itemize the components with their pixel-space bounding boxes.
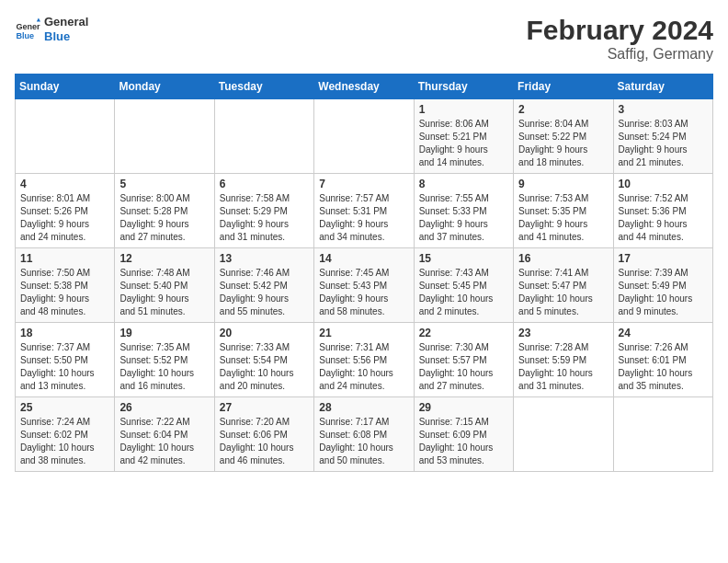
- day-number: 15: [419, 252, 508, 265]
- day-detail: Sunrise: 7:46 AM Sunset: 5:42 PM Dayligh…: [220, 267, 309, 318]
- calendar-cell: 22Sunrise: 7:30 AM Sunset: 5:57 PM Dayli…: [414, 323, 513, 397]
- calendar-cell: 14Sunrise: 7:45 AM Sunset: 5:43 PM Dayli…: [314, 248, 414, 323]
- day-number: 6: [220, 178, 309, 190]
- day-detail: Sunrise: 7:33 AM Sunset: 5:54 PM Dayligh…: [220, 341, 309, 393]
- day-number: 12: [119, 252, 209, 265]
- calendar-cell: [214, 99, 313, 174]
- day-number: 14: [319, 252, 408, 265]
- day-number: 4: [20, 178, 109, 190]
- calendar-cell: 9Sunrise: 7:53 AM Sunset: 5:35 PM Daylig…: [514, 174, 613, 248]
- day-detail: Sunrise: 7:17 AM Sunset: 6:08 PM Dayligh…: [319, 416, 408, 467]
- page-subtitle: Saffig, Germany: [527, 46, 713, 63]
- calendar-cell: 2Sunrise: 8:04 AM Sunset: 5:22 PM Daylig…: [514, 99, 613, 174]
- day-number: 22: [419, 327, 508, 339]
- day-detail: Sunrise: 8:00 AM Sunset: 5:28 PM Dayligh…: [119, 192, 209, 244]
- calendar-cell: [514, 397, 613, 472]
- day-number: 23: [518, 327, 608, 339]
- day-detail: Sunrise: 7:50 AM Sunset: 5:38 PM Dayligh…: [20, 267, 109, 318]
- calendar-cell: 27Sunrise: 7:20 AM Sunset: 6:06 PM Dayli…: [214, 397, 313, 472]
- calendar-cell: 7Sunrise: 7:57 AM Sunset: 5:31 PM Daylig…: [314, 174, 414, 248]
- day-detail: Sunrise: 7:30 AM Sunset: 5:57 PM Dayligh…: [419, 341, 508, 393]
- calendar-cell: 13Sunrise: 7:46 AM Sunset: 5:42 PM Dayli…: [214, 248, 313, 323]
- logo-blue: Blue: [44, 29, 88, 44]
- day-number: 20: [220, 327, 309, 339]
- calendar-cell: 18Sunrise: 7:37 AM Sunset: 5:50 PM Dayli…: [16, 323, 115, 397]
- calendar-cell: 19Sunrise: 7:35 AM Sunset: 5:52 PM Dayli…: [115, 323, 214, 397]
- day-number: 5: [119, 178, 209, 190]
- svg-marker-2: [37, 17, 40, 21]
- header-friday: Friday: [514, 75, 613, 99]
- day-number: 2: [518, 103, 608, 116]
- week-row-2: 4Sunrise: 8:01 AM Sunset: 5:26 PM Daylig…: [16, 174, 713, 248]
- day-number: 9: [518, 178, 608, 190]
- day-number: 10: [619, 178, 708, 190]
- calendar-cell: 11Sunrise: 7:50 AM Sunset: 5:38 PM Dayli…: [16, 248, 115, 323]
- day-detail: Sunrise: 8:04 AM Sunset: 5:22 PM Dayligh…: [518, 118, 608, 169]
- calendar-cell: 26Sunrise: 7:22 AM Sunset: 6:04 PM Dayli…: [115, 397, 214, 472]
- page-header: General Blue General Blue February 2024 …: [15, 15, 713, 63]
- day-detail: Sunrise: 7:22 AM Sunset: 6:04 PM Dayligh…: [119, 416, 209, 467]
- day-detail: Sunrise: 7:52 AM Sunset: 5:36 PM Dayligh…: [619, 192, 708, 244]
- page-title: February 2024: [527, 15, 713, 46]
- day-detail: Sunrise: 7:28 AM Sunset: 5:59 PM Dayligh…: [518, 341, 608, 393]
- calendar-cell: [115, 99, 214, 174]
- day-detail: Sunrise: 8:01 AM Sunset: 5:26 PM Dayligh…: [20, 192, 109, 244]
- day-number: 21: [319, 327, 408, 339]
- day-number: 28: [319, 401, 408, 414]
- day-number: 3: [619, 103, 708, 116]
- day-detail: Sunrise: 7:48 AM Sunset: 5:40 PM Dayligh…: [119, 267, 209, 318]
- day-number: 11: [20, 252, 109, 265]
- day-detail: Sunrise: 7:55 AM Sunset: 5:33 PM Dayligh…: [419, 192, 508, 244]
- calendar-cell: 17Sunrise: 7:39 AM Sunset: 5:49 PM Dayli…: [613, 248, 712, 323]
- calendar-cell: [613, 397, 712, 472]
- calendar-cell: 3Sunrise: 8:03 AM Sunset: 5:24 PM Daylig…: [613, 99, 712, 174]
- week-row-5: 25Sunrise: 7:24 AM Sunset: 6:02 PM Dayli…: [16, 397, 713, 472]
- day-detail: Sunrise: 7:45 AM Sunset: 5:43 PM Dayligh…: [319, 267, 408, 318]
- calendar-header: SundayMondayTuesdayWednesdayThursdayFrid…: [16, 75, 713, 99]
- day-detail: Sunrise: 7:20 AM Sunset: 6:06 PM Dayligh…: [220, 416, 309, 467]
- day-detail: Sunrise: 7:15 AM Sunset: 6:09 PM Dayligh…: [419, 416, 508, 467]
- calendar-cell: 6Sunrise: 7:58 AM Sunset: 5:29 PM Daylig…: [214, 174, 313, 248]
- day-detail: Sunrise: 7:58 AM Sunset: 5:29 PM Dayligh…: [220, 192, 309, 244]
- calendar-cell: 16Sunrise: 7:41 AM Sunset: 5:47 PM Dayli…: [514, 248, 613, 323]
- day-number: 26: [119, 401, 209, 414]
- logo-icon: General Blue: [15, 17, 40, 42]
- day-number: 29: [419, 401, 508, 414]
- day-detail: Sunrise: 7:24 AM Sunset: 6:02 PM Dayligh…: [20, 416, 109, 467]
- calendar-cell: 25Sunrise: 7:24 AM Sunset: 6:02 PM Dayli…: [16, 397, 115, 472]
- day-detail: Sunrise: 7:57 AM Sunset: 5:31 PM Dayligh…: [319, 192, 408, 244]
- calendar-cell: 23Sunrise: 7:28 AM Sunset: 5:59 PM Dayli…: [514, 323, 613, 397]
- day-number: 17: [619, 252, 708, 265]
- calendar-cell: 12Sunrise: 7:48 AM Sunset: 5:40 PM Dayli…: [115, 248, 214, 323]
- day-detail: Sunrise: 7:31 AM Sunset: 5:56 PM Dayligh…: [319, 341, 408, 393]
- calendar-cell: 20Sunrise: 7:33 AM Sunset: 5:54 PM Dayli…: [214, 323, 313, 397]
- day-detail: Sunrise: 7:35 AM Sunset: 5:52 PM Dayligh…: [119, 341, 209, 393]
- calendar-cell: 8Sunrise: 7:55 AM Sunset: 5:33 PM Daylig…: [414, 174, 513, 248]
- day-detail: Sunrise: 7:39 AM Sunset: 5:49 PM Dayligh…: [619, 267, 708, 318]
- logo-general: General: [44, 15, 88, 29]
- day-number: 25: [20, 401, 109, 414]
- logo: General Blue General Blue: [15, 15, 88, 43]
- day-detail: Sunrise: 7:41 AM Sunset: 5:47 PM Dayligh…: [518, 267, 608, 318]
- day-detail: Sunrise: 8:06 AM Sunset: 5:21 PM Dayligh…: [419, 118, 508, 169]
- calendar-cell: 1Sunrise: 8:06 AM Sunset: 5:21 PM Daylig…: [414, 99, 513, 174]
- day-number: 19: [119, 327, 209, 339]
- calendar-cell: 10Sunrise: 7:52 AM Sunset: 5:36 PM Dayli…: [613, 174, 712, 248]
- calendar-cell: 28Sunrise: 7:17 AM Sunset: 6:08 PM Dayli…: [314, 397, 414, 472]
- header-monday: Monday: [115, 75, 214, 99]
- svg-text:Blue: Blue: [16, 30, 34, 40]
- svg-text:General: General: [16, 22, 40, 31]
- day-number: 27: [220, 401, 309, 414]
- day-detail: Sunrise: 7:53 AM Sunset: 5:35 PM Dayligh…: [518, 192, 608, 244]
- day-number: 1: [419, 103, 508, 116]
- header-saturday: Saturday: [613, 75, 712, 99]
- day-number: 13: [220, 252, 309, 265]
- calendar-body: 1Sunrise: 8:06 AM Sunset: 5:21 PM Daylig…: [16, 99, 713, 472]
- week-row-1: 1Sunrise: 8:06 AM Sunset: 5:21 PM Daylig…: [16, 99, 713, 174]
- week-row-3: 11Sunrise: 7:50 AM Sunset: 5:38 PM Dayli…: [16, 248, 713, 323]
- calendar-cell: [16, 99, 115, 174]
- day-detail: Sunrise: 7:37 AM Sunset: 5:50 PM Dayligh…: [20, 341, 109, 393]
- day-number: 18: [20, 327, 109, 339]
- calendar-cell: 15Sunrise: 7:43 AM Sunset: 5:45 PM Dayli…: [414, 248, 513, 323]
- header-tuesday: Tuesday: [214, 75, 313, 99]
